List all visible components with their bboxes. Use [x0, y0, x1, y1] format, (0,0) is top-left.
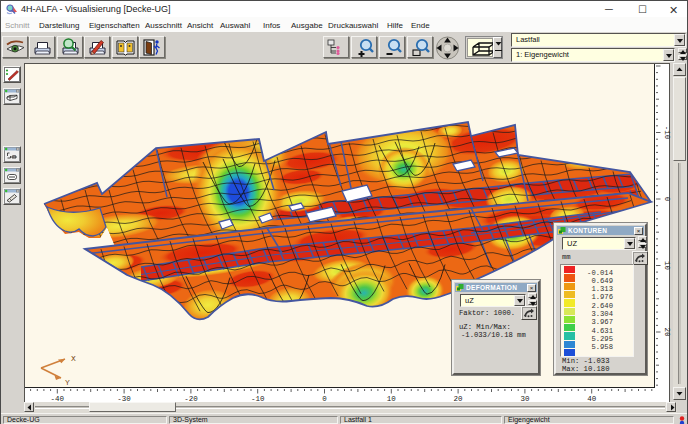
svg-text:-10: -10 [663, 126, 671, 140]
svg-text:0: 0 [663, 197, 671, 202]
svg-text:Y: Y [65, 378, 70, 387]
svg-text:X: X [71, 354, 76, 363]
svg-text:10: 10 [663, 261, 671, 271]
svg-text:20: 20 [663, 327, 671, 337]
